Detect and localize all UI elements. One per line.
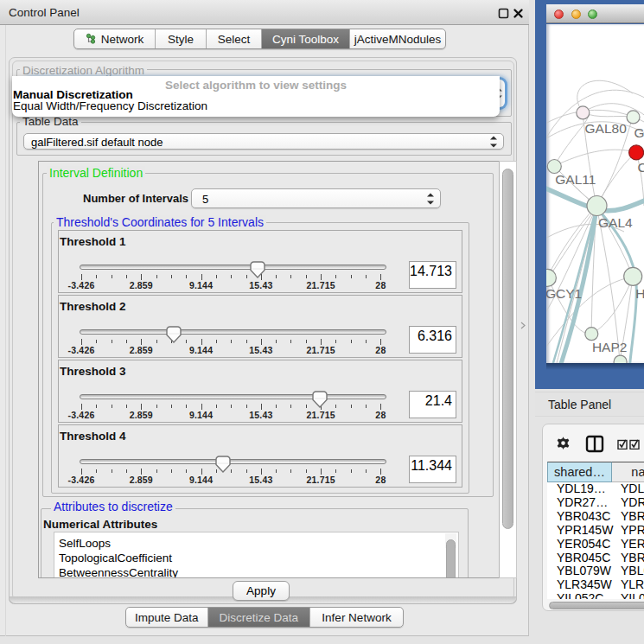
svg-text:H: H (635, 286, 644, 301)
svg-text:HAP2: HAP2 (592, 340, 628, 354)
svg-text:C: C (638, 160, 644, 175)
svg-text:GA: GA (634, 125, 644, 140)
svg-text:GCY1: GCY1 (546, 286, 582, 301)
svg-text:GAL4: GAL4 (598, 215, 633, 230)
svg-text:GAL80: GAL80 (585, 121, 628, 136)
svg-text:GAL11: GAL11 (555, 172, 596, 187)
